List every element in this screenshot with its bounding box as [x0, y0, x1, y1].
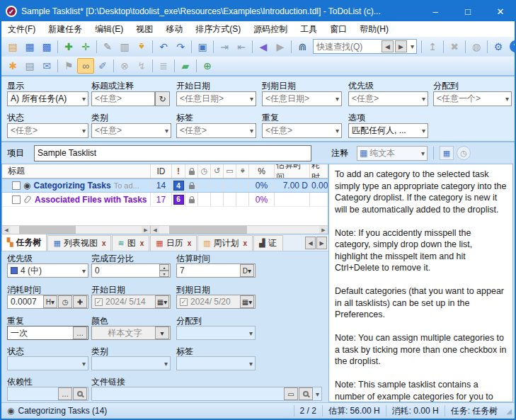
file-link-search-icon[interactable]: [299, 387, 313, 400]
filter-show-combo[interactable]: A) 所有任务(A)▾: [7, 91, 88, 106]
quick-find-input[interactable]: [316, 42, 382, 52]
open-file-icon[interactable]: ▤: [4, 39, 21, 55]
outdent-task-icon[interactable]: ⇤: [233, 39, 250, 55]
scroll-log-icon[interactable]: ≣: [155, 58, 172, 74]
file-link-browse-icon[interactable]: ▭: [284, 387, 298, 400]
redo-icon[interactable]: ↷: [172, 39, 189, 55]
menu-item-1[interactable]: 新建任务: [42, 21, 88, 37]
ticket-icon[interactable]: ▰: [177, 58, 194, 74]
recurrence-ellipsis-button[interactable]: …: [73, 327, 87, 339]
col-filelink[interactable]: ▭: [224, 164, 236, 178]
edit-task-icon[interactable]: ✎: [99, 39, 116, 55]
filter-tag-combo[interactable]: <任意>▾: [176, 123, 256, 138]
col-estimate[interactable]: 估算时间: [275, 164, 310, 178]
time-track-clock-icon[interactable]: ◷: [58, 295, 72, 308]
task-link-icon[interactable]: ∞: [77, 58, 94, 74]
undo-icon[interactable]: ↶: [155, 39, 172, 55]
flag-icon[interactable]: ⚑: [60, 58, 77, 74]
add-time-icon[interactable]: ✚: [73, 295, 87, 308]
col-spent[interactable]: 消耗时间: [310, 164, 328, 178]
filter-start-date-combo[interactable]: <任意日期>▾: [176, 91, 256, 106]
col-reminder[interactable]: ♠: [236, 164, 249, 178]
menu-item-5[interactable]: 排序方式(S): [189, 21, 247, 37]
col-time[interactable]: ◷: [198, 164, 211, 178]
menu-item-4[interactable]: 移动: [159, 21, 189, 37]
save-all-icon[interactable]: ▩: [38, 39, 55, 55]
project-input[interactable]: [34, 145, 311, 161]
new-tasklist-icon[interactable]: ✱: [4, 58, 21, 74]
filter-title-input[interactable]: <任意>: [91, 91, 155, 106]
help-icon[interactable]: ?: [510, 40, 516, 52]
attr-recurrence-input[interactable]: 一次 …: [7, 326, 88, 340]
menu-item-3[interactable]: 视图: [130, 21, 159, 37]
attr-color-combo[interactable]: 样本文字 ▾: [91, 326, 171, 340]
color-dropdown-icon[interactable]: ▾: [155, 327, 169, 339]
new-task-icon[interactable]: ✚: [60, 39, 77, 55]
maximize-button[interactable]: □: [454, 1, 482, 21]
tab-week-planner[interactable]: ▥ 周计划 x: [197, 235, 253, 251]
percent-spinner[interactable]: ▴▾: [159, 264, 169, 277]
cancel-icon[interactable]: ⊗: [116, 58, 133, 74]
run-command-icon[interactable]: ↯: [133, 58, 150, 74]
attr-status-combo[interactable]: ▾: [7, 356, 88, 370]
scroll-left-icon[interactable]: ◀: [151, 226, 159, 234]
tab-list-view[interactable]: ▦ 列表视图 x: [47, 235, 111, 251]
filter-title-refresh-icon[interactable]: ↻: [155, 91, 170, 106]
task-checkbox[interactable]: [12, 181, 21, 190]
tab-burndown[interactable]: ▟ 证: [253, 235, 283, 251]
quick-find-dropdown-icon[interactable]: ▾: [411, 42, 414, 50]
task-checkbox[interactable]: [12, 195, 21, 204]
menu-item-7[interactable]: 工具: [294, 21, 323, 37]
col-recurrence[interactable]: ↺: [211, 164, 224, 178]
filter-options-combo[interactable]: 匹配任何人, ...▾: [348, 123, 428, 138]
start-date-checkbox[interactable]: ✓: [95, 298, 103, 306]
menu-item-2[interactable]: 编辑(E): [88, 21, 130, 37]
web-icon[interactable]: ⊕: [199, 58, 216, 74]
start-date-calendar-icon[interactable]: ▦▾: [155, 295, 169, 308]
task-row[interactable]: ◉ Categorizing Tasks To ad... 14 4 0% 7.…: [2, 178, 328, 193]
comments-format-combo[interactable]: ▦ 纯文本 ▾: [357, 146, 428, 161]
delete-task-icon[interactable]: ✖: [446, 39, 463, 55]
attr-category-combo[interactable]: ▾: [91, 356, 171, 370]
close-tab-icon[interactable]: x: [188, 239, 192, 247]
menu-item-0[interactable]: 文件(F): [1, 21, 42, 37]
attr-estimate-input[interactable]: 7 D▾: [176, 263, 256, 278]
attr-tag-combo[interactable]: ▾: [176, 356, 256, 370]
tab-calendar[interactable]: ▦ 日历 x: [150, 235, 197, 251]
quick-find-prev-icon[interactable]: ◀: [382, 40, 394, 52]
maximize-view-icon[interactable]: ▣: [194, 39, 211, 55]
dependency-search-icon[interactable]: [73, 387, 87, 400]
next-task-icon[interactable]: ▶: [272, 39, 289, 55]
minimize-button[interactable]: –: [421, 1, 449, 21]
menu-item-6[interactable]: 源码控制: [247, 21, 294, 37]
attr-dependency-input[interactable]: …: [7, 387, 88, 401]
tabs-scroll-right-icon[interactable]: ▶: [316, 237, 327, 249]
due-date-calendar-icon[interactable]: ▦▾: [240, 295, 254, 308]
send-email-icon[interactable]: ✉: [38, 58, 55, 74]
sort-icon[interactable]: ↥: [424, 39, 441, 55]
filter-recurrence-combo[interactable]: <任意>▾: [262, 123, 342, 138]
attr-percent-input[interactable]: 0 ▴▾: [91, 263, 171, 278]
attr-file-link-input[interactable]: ▭ ▾: [91, 387, 322, 401]
prev-task-icon[interactable]: ◀: [255, 39, 272, 55]
resize-grip[interactable]: ◢: [506, 407, 512, 415]
print-icon[interactable]: ▤: [21, 58, 38, 74]
find-tasks-icon[interactable]: ⋒: [294, 39, 311, 55]
close-button[interactable]: ✕: [486, 1, 515, 21]
col-lock[interactable]: [185, 164, 198, 178]
scroll-left-icon[interactable]: ◀: [2, 226, 11, 234]
reminder-bell-icon[interactable]: ♠: [133, 39, 150, 55]
col-percent[interactable]: %: [249, 164, 275, 178]
task-row[interactable]: Associated Files with Tasks 17 6 0%: [2, 193, 328, 207]
scroll-right-icon[interactable]: ▶: [319, 226, 328, 234]
new-subtask-icon[interactable]: ✛: [77, 39, 94, 55]
attr-assigned-to-combo[interactable]: ▾: [176, 326, 256, 340]
tabs-scroll-left-icon[interactable]: ◀: [305, 237, 316, 249]
filter-assigned-to-combo[interactable]: <任意一个>▾: [433, 91, 512, 106]
scroll-right-icon[interactable]: ▶: [142, 226, 150, 234]
comments-text[interactable]: To add an category to the selected task …: [328, 164, 513, 402]
attr-priority-combo[interactable]: 4 (中) ▾: [7, 263, 88, 278]
cleanup-icon[interactable]: ✐: [94, 58, 111, 74]
attr-start-date-picker[interactable]: ✓ 2024/ 5/14 ▦▾: [91, 295, 171, 309]
close-tab-icon[interactable]: x: [243, 239, 248, 247]
